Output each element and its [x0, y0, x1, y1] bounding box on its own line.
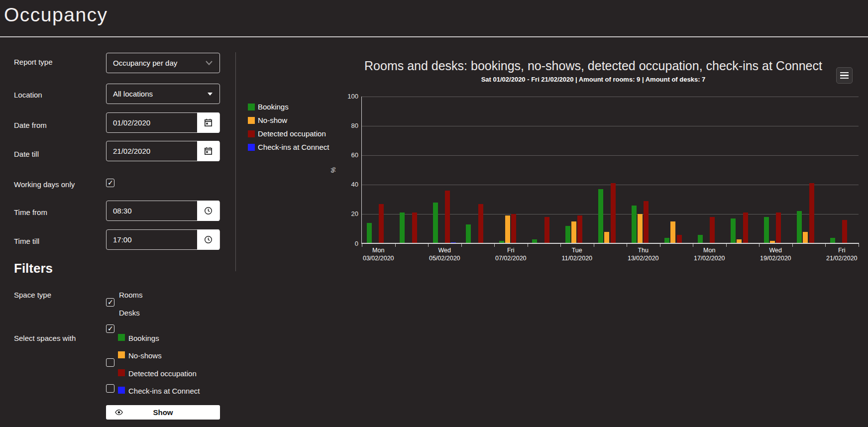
bar-bookings [367, 223, 372, 243]
bar-detected-occupation [478, 204, 483, 244]
bar-no-show [571, 221, 576, 243]
bar-bookings [797, 211, 802, 243]
bar-detected-occupation [445, 191, 450, 243]
y-tick-label: 20 [326, 210, 358, 217]
bar-bookings [731, 218, 736, 243]
x-axis-label: Wed19/02/2020 [748, 246, 803, 262]
bar-detected-occupation [644, 201, 649, 244]
bar-bookings [698, 235, 703, 244]
x-axis-label: Mon17/02/2020 [682, 246, 737, 262]
bar-detected-occupation [412, 213, 417, 243]
bar-bookings [565, 226, 570, 243]
bar-detected-occupation [776, 213, 781, 243]
bar-detected-occupation [611, 183, 616, 243]
bar-detected-occupation [842, 220, 847, 243]
bar-no-show [803, 232, 808, 244]
y-tick-label: 40 [326, 181, 358, 188]
x-axis-label: Fri21/02/2020 [814, 246, 868, 262]
gridline [362, 126, 859, 126]
bar-bookings [598, 189, 603, 243]
y-axis-line [361, 97, 362, 244]
bar-detected-occupation [577, 215, 582, 243]
bar-detected-occupation [809, 183, 814, 243]
bar-bookings [433, 203, 438, 244]
bar-no-show [604, 232, 609, 244]
bar-no-show [670, 221, 675, 243]
bar-detected-occupation [511, 214, 516, 243]
bar-bookings [466, 224, 471, 243]
y-tick-label: 80 [326, 122, 358, 129]
bar-detected-occupation [544, 217, 549, 243]
x-axis-label: Mon03/02/2020 [351, 246, 406, 262]
gridline [362, 97, 859, 97]
occupancy-report-page: Occupancy Report type Location Date from… [0, 0, 868, 427]
gridline [362, 155, 859, 156]
bar-no-show [505, 215, 510, 243]
y-tick-label: 60 [326, 151, 358, 159]
bar-bookings [632, 206, 637, 244]
y-tick-label: 100 [326, 93, 358, 100]
x-axis-line [362, 243, 859, 244]
bar-no-show [638, 214, 643, 243]
bar-bookings [764, 217, 769, 243]
x-axis-label: Wed05/02/2020 [417, 246, 472, 262]
bar-detected-occupation [677, 235, 682, 244]
bar-bookings [400, 213, 405, 243]
x-axis-label: Thu13/02/2020 [616, 246, 670, 262]
x-axis-label: Tue11/02/2020 [549, 246, 604, 262]
bar-detected-occupation [743, 213, 748, 243]
bar-detected-occupation [710, 217, 715, 243]
bar-detected-occupation [379, 204, 384, 244]
x-axis-label: Fri07/02/2020 [483, 246, 538, 262]
bar-chart-plot-area: 020406080100Mon03/02/2020Wed05/02/2020Fr… [0, 0, 868, 427]
